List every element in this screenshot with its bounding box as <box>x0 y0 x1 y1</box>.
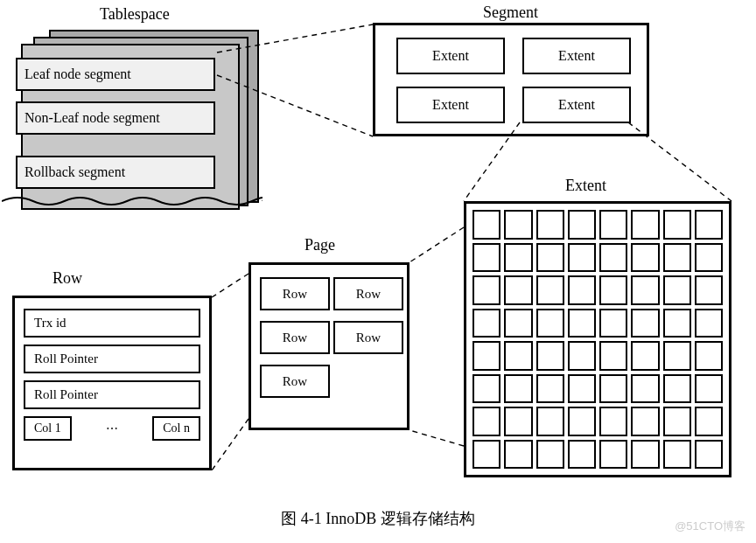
extent-page-cell <box>631 374 659 404</box>
extent-page-cell <box>663 341 691 371</box>
extent-label: Extent <box>565 177 606 195</box>
extent-page-cell <box>536 440 564 470</box>
extent-cell: Extent <box>522 38 631 74</box>
extent-page-cell <box>631 341 659 371</box>
extent-page-cell <box>695 210 723 240</box>
figure-caption: 图 4-1 InnoDB 逻辑存储结构 <box>0 508 756 529</box>
extent-page-cell <box>631 275 659 305</box>
extent-page-cell <box>568 341 596 371</box>
rollback-segment: Rollback segment <box>16 156 215 189</box>
extent-page-cell <box>695 407 723 436</box>
extent-cell: Extent <box>522 87 631 123</box>
extent-page-cell <box>599 210 627 240</box>
leaf-node-segment: Leaf node segment <box>16 58 215 91</box>
extent-page-cell <box>504 341 532 371</box>
extent-page-cell <box>504 440 532 470</box>
extent-page-cell <box>599 374 627 404</box>
extent-page-cell <box>472 275 500 305</box>
svg-line-5 <box>410 430 464 446</box>
extent-cell: Extent <box>396 87 505 123</box>
segment-diagram: Extent Extent Extent Extent <box>373 23 649 136</box>
extent-page-cell <box>695 309 723 338</box>
extent-page-cell <box>504 407 532 436</box>
watermark: @51CTO博客 <box>675 519 746 534</box>
page-row: Row <box>333 321 403 354</box>
extent-page-cell <box>472 407 500 436</box>
extent-page-cell <box>663 243 691 273</box>
extent-page-cell <box>536 275 564 305</box>
extent-page-cell <box>472 243 500 273</box>
extent-page-cell <box>472 440 500 470</box>
page-row: Row <box>260 365 330 398</box>
extent-page-cell <box>599 341 627 371</box>
row-diagram: Trx id Roll Pointer Roll Pointer Col 1 ⋯… <box>12 296 212 470</box>
extent-page-cell <box>631 243 659 273</box>
svg-line-7 <box>212 419 248 470</box>
extent-page-cell <box>663 309 691 338</box>
extent-page-cell <box>536 341 564 371</box>
extent-page-cell <box>599 243 627 273</box>
extent-page-cell <box>536 407 564 436</box>
extent-page-cell <box>695 275 723 305</box>
svg-line-4 <box>410 227 464 262</box>
extent-page-cell <box>568 407 596 436</box>
page-row: Row <box>260 277 330 310</box>
extent-page-cell <box>631 440 659 470</box>
svg-line-6 <box>212 274 248 297</box>
extent-page-cell <box>695 341 723 371</box>
segment-label: Segment <box>483 3 538 22</box>
extent-page-cell <box>536 243 564 273</box>
extent-page-cell <box>536 374 564 404</box>
col-last: Col n <box>152 416 200 441</box>
extent-page-cell <box>504 309 532 338</box>
non-leaf-node-segment: Non-Leaf node segment <box>16 101 215 135</box>
extent-page-cell <box>536 309 564 338</box>
page-row: Row <box>333 277 403 310</box>
extent-page-cell <box>631 407 659 436</box>
extent-page-cell <box>663 407 691 436</box>
page-label: Page <box>304 236 335 254</box>
extent-page-cell <box>536 210 564 240</box>
tablespace-label: Tablespace <box>100 5 170 24</box>
extent-page-cell <box>568 275 596 305</box>
extent-page-cell <box>695 243 723 273</box>
extent-page-cell <box>568 210 596 240</box>
extent-page-cell <box>504 275 532 305</box>
extent-page-cell <box>599 440 627 470</box>
page-row: Row <box>260 321 330 354</box>
extent-page-cell <box>504 243 532 273</box>
extent-page-cell <box>663 275 691 305</box>
roll-pointer-field: Roll Pointer <box>24 345 200 373</box>
extent-page-cell <box>599 407 627 436</box>
extent-page-cell <box>568 374 596 404</box>
extent-page-cell <box>599 309 627 338</box>
extent-page-cell <box>504 210 532 240</box>
extent-page-cell <box>663 440 691 470</box>
extent-page-cell <box>631 210 659 240</box>
extent-page-cell <box>504 374 532 404</box>
extent-page-cell <box>472 309 500 338</box>
extent-page-cell <box>631 309 659 338</box>
extent-page-cell <box>568 243 596 273</box>
extent-diagram <box>464 201 732 477</box>
extent-cell: Extent <box>396 38 505 74</box>
row-label: Row <box>52 269 82 288</box>
trx-id-field: Trx id <box>24 309 200 338</box>
extent-page-cell <box>599 275 627 305</box>
extent-page-cell <box>695 374 723 404</box>
col-first: Col 1 <box>24 416 72 441</box>
tablespace-diagram: Leaf node segment Non-Leaf node segment … <box>12 30 257 205</box>
extent-page-cell <box>472 210 500 240</box>
extent-page-cell <box>568 440 596 470</box>
page-diagram: Row Row Row Row Row <box>248 262 410 430</box>
extent-page-cell <box>568 309 596 338</box>
roll-pointer-field: Roll Pointer <box>24 380 200 409</box>
col-dots: ⋯ <box>79 421 146 436</box>
extent-page-cell <box>472 374 500 404</box>
extent-page-cell <box>663 210 691 240</box>
extent-page-cell <box>663 374 691 404</box>
extent-page-cell <box>472 341 500 371</box>
extent-page-cell <box>695 440 723 470</box>
